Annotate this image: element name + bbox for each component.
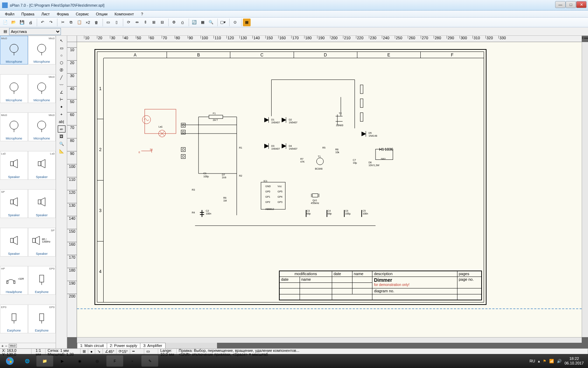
start-button[interactable] xyxy=(1,355,18,367)
sheet-tab-2[interactable]: 2: Power supply xyxy=(107,343,140,348)
rotate-icon[interactable]: ⟳ xyxy=(125,19,132,26)
task-media-icon[interactable]: ▶ xyxy=(54,355,71,367)
library-item[interactable]: HP >32R Headphone xyxy=(0,266,28,295)
duplicate-icon[interactable]: ×2 xyxy=(84,19,92,26)
save-icon[interactable]: 💾 xyxy=(18,19,26,26)
sheet-tab-3[interactable]: 3: Amplifier xyxy=(140,343,165,348)
line-style-icon[interactable]: ━ xyxy=(132,349,135,354)
menu-help[interactable]: ? xyxy=(138,11,147,17)
scrollbar-vertical[interactable] xyxy=(582,42,588,337)
front-icon[interactable]: ▭ xyxy=(104,19,112,26)
cut-icon[interactable]: ✂ xyxy=(59,19,66,26)
group-icon[interactable]: ⊞ xyxy=(150,19,158,26)
task-explorer-icon[interactable]: 📁 xyxy=(36,355,53,367)
print-icon[interactable]: 🖨 xyxy=(27,19,34,26)
library-item[interactable]: Mic0 Microphone xyxy=(28,36,56,64)
task-app3-icon[interactable]: ▫ xyxy=(124,355,141,367)
library-item[interactable]: Mic0 Microphone xyxy=(0,36,28,64)
library-select[interactable]: Акустика xyxy=(9,28,61,35)
library-item[interactable]: Speaker xyxy=(28,189,56,218)
undo-icon[interactable]: ↶ xyxy=(38,19,46,26)
menu-edit[interactable]: Правка xyxy=(18,11,38,17)
node-tool-icon[interactable]: ✦ xyxy=(58,103,65,110)
task-ie-icon[interactable]: 🌐 xyxy=(19,355,36,367)
menu-file[interactable]: Файл xyxy=(1,11,18,17)
library-item[interactable]: Ls0 Speaker xyxy=(0,151,28,180)
snap-toggle-icon[interactable]: ● xyxy=(90,349,93,354)
lib-remove-icon[interactable]: − xyxy=(5,344,7,348)
rect-tool-icon[interactable]: ▭ xyxy=(58,45,65,52)
tray-network-icon[interactable]: 📶 xyxy=(549,359,554,363)
menu-service[interactable]: Сервис xyxy=(72,11,92,17)
library-item[interactable]: SP 8R / 1200Hz Speaker xyxy=(28,228,56,257)
menu-options[interactable]: Опции xyxy=(92,11,111,17)
sheet-tab-1[interactable]: 1: Main circuit xyxy=(77,343,107,348)
library-item[interactable]: Mic0 Microphone xyxy=(28,74,56,103)
rubber-toggle-icon[interactable]: ↘ xyxy=(97,349,100,354)
settings-icon[interactable]: ⚙ xyxy=(170,19,178,26)
menu-component[interactable]: Компонент xyxy=(111,11,137,17)
window-maximize-button[interactable]: □ xyxy=(566,1,576,8)
task-app2-icon[interactable]: F xyxy=(106,355,123,367)
library-item[interactable]: EP0 Earphone xyxy=(28,305,56,333)
menu-form[interactable]: Форма xyxy=(53,11,72,17)
text-tool-icon[interactable]: ab| xyxy=(58,118,65,125)
tray-volume-icon[interactable]: 🔊 xyxy=(557,359,562,363)
page-icon[interactable]: ▢▾ xyxy=(219,19,227,26)
lib-prop-icon[interactable]: Mic0 xyxy=(9,344,17,348)
paste-icon[interactable]: 📋 xyxy=(76,19,83,26)
tray-lang[interactable]: RU xyxy=(530,359,535,363)
library-item[interactable]: EP0 Earphone xyxy=(0,305,28,333)
copy-icon[interactable]: ⧉ xyxy=(67,19,75,26)
line-tool-icon[interactable]: ╱ xyxy=(58,74,65,81)
back-icon[interactable]: ▯ xyxy=(113,19,120,26)
scrollbar-horizontal[interactable] xyxy=(77,337,582,343)
tray-flag-icon[interactable]: ▴ xyxy=(538,359,540,363)
library-item[interactable]: Mic0 Microphone xyxy=(0,113,28,141)
library-item[interactable]: SP Speaker xyxy=(0,189,28,218)
drawing-canvas[interactable]: ABCDEF 1234 xyxy=(77,42,582,337)
tray-action-icon[interactable]: ⚑ xyxy=(543,359,546,363)
new-icon[interactable]: 📄 xyxy=(1,19,9,26)
window-close-button[interactable]: ✕ xyxy=(576,1,587,8)
list-icon[interactable]: ▦ xyxy=(199,19,206,26)
mirror-h-icon[interactable]: ⇔ xyxy=(133,19,141,26)
menu-sheet[interactable]: Лист xyxy=(38,11,53,17)
search-icon[interactable]: 🔍 xyxy=(207,19,215,26)
color-icon[interactable]: ▦ xyxy=(243,19,251,26)
open-icon[interactable]: 📂 xyxy=(10,19,18,26)
redo-icon[interactable]: ↷ xyxy=(47,19,55,26)
task-app1-icon[interactable]: ◎ xyxy=(89,355,106,367)
angle-tool-icon[interactable]: ∠ xyxy=(58,89,65,96)
ungroup-icon[interactable]: ⊟ xyxy=(158,19,166,26)
poly-tool-icon[interactable]: ⬡ xyxy=(58,59,65,66)
lib-add-icon[interactable]: + xyxy=(1,344,4,348)
textframe-tool-icon[interactable]: ab xyxy=(58,125,65,132)
junction-tool-icon[interactable]: + xyxy=(58,111,65,118)
grid-toggle-icon[interactable]: ⊞ xyxy=(83,349,86,354)
library-item[interactable]: Ls0 Speaker xyxy=(28,151,56,180)
measure-tool-icon[interactable]: 📐 xyxy=(58,148,65,155)
circle-tool-icon[interactable]: ○ xyxy=(58,52,65,59)
library-item[interactable]: EP0 Earphone xyxy=(28,266,56,295)
zoom-tool-icon[interactable]: 🔍 xyxy=(58,140,65,147)
tray-clock[interactable]: 18:2206.10.2017 xyxy=(565,356,584,366)
change-icon[interactable]: 🔄 xyxy=(190,19,198,26)
delete-icon[interactable]: 🗑 xyxy=(92,19,100,26)
bezier-tool-icon[interactable]: 〰 xyxy=(58,81,65,88)
zoom-fit-icon[interactable]: ⊙ xyxy=(231,19,239,26)
export-icon[interactable]: ⎙ xyxy=(178,19,186,26)
library-item[interactable]: Microphone xyxy=(0,74,28,103)
library-item[interactable]: Mic0 Microphone xyxy=(28,113,56,141)
task-chrome-icon[interactable]: ◉ xyxy=(71,355,88,367)
task-splan-icon[interactable]: ✎ xyxy=(141,355,158,367)
window-minimize-button[interactable]: — xyxy=(555,1,566,8)
library-item[interactable]: Speaker xyxy=(0,228,28,257)
special-tool-icon[interactable]: ⦿ xyxy=(58,67,65,74)
mirror-v-icon[interactable]: ⇕ xyxy=(141,19,149,26)
library-config-icon[interactable]: ▤ xyxy=(1,28,9,35)
connect-tool-icon[interactable]: ⊢ xyxy=(58,96,65,103)
pointer-tool-icon[interactable]: ↖ xyxy=(58,37,65,44)
image-tool-icon[interactable]: 🖼 xyxy=(58,133,65,140)
fill-style-icon[interactable]: ▭ xyxy=(146,349,150,354)
